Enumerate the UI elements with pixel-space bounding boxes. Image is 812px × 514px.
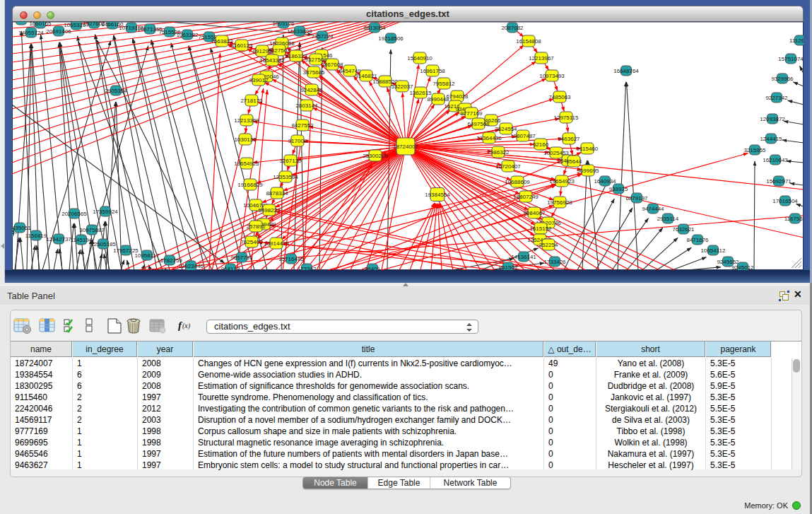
svg-text:6879197: 6879197 bbox=[625, 195, 648, 201]
svg-text:7485063: 7485063 bbox=[548, 94, 571, 100]
svg-text:7632621: 7632621 bbox=[672, 226, 695, 233]
svg-text:62160: 62160 bbox=[533, 141, 549, 148]
svg-text:7986322: 7986322 bbox=[487, 149, 510, 156]
svg-text:19654925: 19654925 bbox=[234, 160, 259, 167]
svg-text:3875685: 3875685 bbox=[302, 69, 325, 76]
svg-text:95644: 95644 bbox=[566, 158, 582, 165]
svg-text:861507: 861507 bbox=[499, 264, 518, 271]
svg-text:1145194: 1145194 bbox=[71, 237, 93, 243]
svg-text:25300205: 25300205 bbox=[363, 153, 388, 159]
svg-text:3215955: 3215955 bbox=[743, 147, 766, 153]
svg-text:12975115: 12975115 bbox=[554, 115, 579, 121]
svg-text:1660155: 1660155 bbox=[29, 22, 52, 27]
svg-text:8471676: 8471676 bbox=[686, 237, 709, 243]
svg-text:10807487: 10807487 bbox=[510, 133, 536, 139]
svg-text:3624554: 3624554 bbox=[495, 126, 517, 132]
svg-text:5498222: 5498222 bbox=[258, 207, 281, 214]
svg-text:14136141: 14136141 bbox=[511, 254, 536, 260]
svg-text:15720407: 15720407 bbox=[495, 163, 521, 170]
svg-text:18724007: 18724007 bbox=[393, 144, 418, 150]
svg-text:1030130: 1030130 bbox=[234, 136, 257, 143]
svg-text:917008: 917008 bbox=[288, 138, 307, 144]
svg-text:8160123: 8160123 bbox=[230, 42, 253, 49]
svg-text:7955812: 7955812 bbox=[433, 81, 455, 87]
svg-text:16154808: 16154808 bbox=[516, 38, 541, 45]
svg-text:7663822: 7663822 bbox=[211, 38, 233, 45]
svg-text:16648764: 16648764 bbox=[613, 68, 639, 74]
svg-text:16914479: 16914479 bbox=[264, 240, 289, 247]
svg-text:2718170: 2718170 bbox=[240, 98, 263, 104]
svg-text:9115460: 9115460 bbox=[577, 146, 599, 152]
svg-text:9329966: 9329966 bbox=[771, 76, 794, 82]
svg-text:14055724: 14055724 bbox=[18, 30, 44, 36]
svg-text:7625402: 7625402 bbox=[240, 239, 263, 245]
svg-text:2803144: 2803144 bbox=[295, 103, 318, 109]
svg-text:173342: 173342 bbox=[298, 266, 317, 271]
svg-text:9777169: 9777169 bbox=[460, 110, 483, 117]
svg-text:12942737: 12942737 bbox=[46, 236, 71, 243]
svg-text:1167533: 1167533 bbox=[784, 216, 804, 222]
svg-text:938925: 938925 bbox=[609, 186, 628, 192]
svg-text:1615152: 1615152 bbox=[529, 226, 552, 232]
svg-text:12505185: 12505185 bbox=[90, 241, 116, 247]
svg-text:20206565: 20206565 bbox=[61, 211, 87, 217]
svg-text:2087682: 2087682 bbox=[501, 25, 524, 31]
svg-text:98401: 98401 bbox=[365, 266, 381, 271]
svg-text:964123: 964123 bbox=[221, 266, 240, 271]
svg-text:12213967: 12213967 bbox=[529, 55, 554, 62]
svg-text:16210643: 16210643 bbox=[763, 157, 788, 163]
svg-text:16961758: 16961758 bbox=[420, 68, 445, 74]
svg-text:8878334: 8878334 bbox=[266, 190, 288, 197]
svg-text:2867608: 2867608 bbox=[321, 62, 343, 68]
svg-text:9245012: 9245012 bbox=[731, 264, 754, 271]
svg-text:9463627: 9463627 bbox=[558, 136, 580, 142]
svg-text:2935114: 2935114 bbox=[657, 216, 679, 222]
svg-text:8427552: 8427552 bbox=[291, 122, 314, 129]
svg-text:252254: 252254 bbox=[539, 242, 558, 248]
svg-text:5322037: 5322037 bbox=[391, 83, 413, 90]
svg-text:9227342: 9227342 bbox=[765, 95, 788, 101]
svg-text:939012: 939012 bbox=[249, 77, 269, 83]
svg-text:7357224: 7357224 bbox=[311, 33, 334, 40]
svg-text:12213369: 12213369 bbox=[234, 117, 259, 124]
svg-text:9084067: 9084067 bbox=[523, 210, 546, 216]
svg-text:1733426: 1733426 bbox=[543, 259, 566, 265]
svg-text:1156819: 1156819 bbox=[25, 233, 47, 239]
svg-text:10973493: 10973493 bbox=[539, 73, 565, 79]
svg-text:9699695: 9699695 bbox=[577, 168, 599, 174]
svg-text:19384554: 19384554 bbox=[425, 192, 450, 198]
svg-text:12923446: 12923446 bbox=[178, 263, 204, 269]
svg-text:8186323: 8186323 bbox=[285, 53, 307, 59]
svg-text:6497568: 6497568 bbox=[467, 121, 490, 127]
svg-text:9657791: 9657791 bbox=[230, 255, 253, 261]
svg-text:257891: 257891 bbox=[247, 223, 266, 230]
svg-text:19166829: 19166829 bbox=[237, 182, 263, 188]
svg-text:12093872: 12093872 bbox=[760, 116, 785, 122]
svg-text:1640934: 1640934 bbox=[594, 178, 616, 185]
svg-text:1362615: 1362615 bbox=[409, 90, 432, 96]
svg-text:1063382: 1063382 bbox=[176, 32, 199, 38]
svg-text:20691406: 20691406 bbox=[46, 28, 71, 35]
svg-text:(x): (x) bbox=[182, 322, 191, 330]
svg-text:6794028: 6794028 bbox=[446, 93, 469, 100]
svg-text:8813054: 8813054 bbox=[363, 25, 386, 31]
svg-text:15716485: 15716485 bbox=[278, 256, 304, 262]
svg-text:16033809: 16033809 bbox=[287, 28, 312, 35]
svg-text:2905334: 2905334 bbox=[105, 88, 127, 94]
svg-text:3267130: 3267130 bbox=[279, 158, 302, 164]
svg-text:16543382: 16543382 bbox=[259, 57, 285, 64]
svg-text:9242848: 9242848 bbox=[300, 87, 323, 93]
svg-text:10688609: 10688609 bbox=[505, 179, 530, 185]
svg-text:15640910: 15640910 bbox=[407, 55, 433, 62]
svg-text:17016504: 17016504 bbox=[772, 198, 798, 204]
svg-text:15751074: 15751074 bbox=[778, 56, 804, 62]
svg-text:10654112: 10654112 bbox=[701, 247, 726, 254]
svg-text:1435061: 1435061 bbox=[12, 225, 31, 231]
svg-text:15692971: 15692971 bbox=[766, 178, 792, 185]
svg-text:19756928: 19756928 bbox=[547, 199, 572, 206]
svg-text:10958117: 10958117 bbox=[135, 252, 160, 259]
svg-text:21364436: 21364436 bbox=[476, 135, 502, 141]
svg-text:9474444: 9474444 bbox=[642, 206, 664, 212]
svg-text:17359924: 17359924 bbox=[93, 209, 118, 215]
svg-text:30975887: 30975887 bbox=[79, 227, 105, 233]
